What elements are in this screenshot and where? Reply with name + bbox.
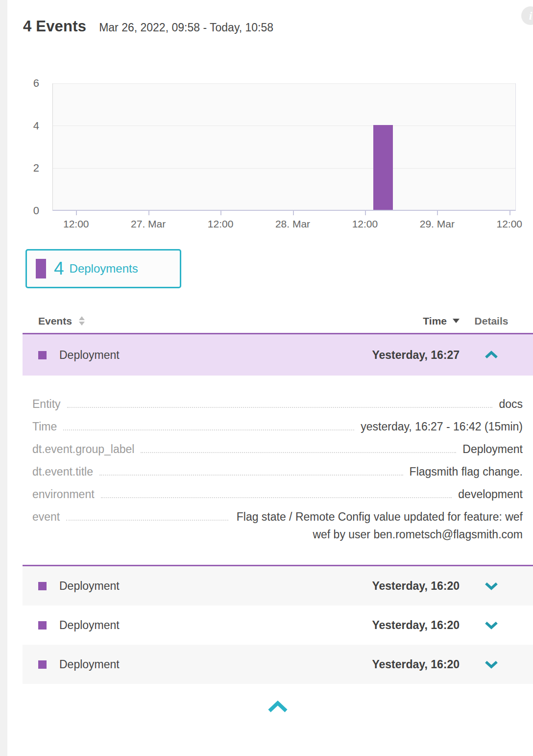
sort-up-triangle-icon	[79, 316, 85, 320]
deployments-swatch-icon	[36, 259, 46, 278]
legend-deployments[interactable]: 4 Deployments	[25, 249, 181, 288]
detail-value: development	[458, 485, 523, 503]
x-axis-tick	[220, 210, 221, 215]
detail-value: Deployment	[462, 440, 523, 458]
x-axis-tick-label: 29. Mar	[403, 218, 471, 230]
chevron-down-icon	[484, 621, 499, 630]
deployment-marker-icon	[38, 351, 47, 359]
row-details-cell[interactable]	[460, 660, 523, 669]
row-main-cell: Deployment	[38, 580, 372, 593]
column-header-events[interactable]: Events	[38, 315, 423, 327]
chevron-up-icon	[266, 701, 289, 713]
x-axis-tick	[148, 210, 149, 215]
table-row[interactable]: Deployment Yesterday, 16:20	[23, 645, 533, 684]
row-details-cell[interactable]	[460, 581, 523, 590]
chevron-down-icon	[484, 660, 499, 669]
info-icon-glyph: i	[529, 9, 533, 23]
gridline	[53, 126, 515, 126]
dotted-leader	[141, 440, 456, 453]
detail-value: Flagsmith flag change.	[410, 463, 523, 480]
events-header-label: Events	[38, 315, 72, 327]
gridline	[53, 83, 515, 84]
events-bar-chart: 024612:0027. Mar12:0028. Mar12:0029. Mar…	[0, 0, 533, 245]
detail-label: Entity	[32, 395, 61, 413]
x-axis-tick-label: 12:00	[331, 218, 399, 230]
column-header-details: Details	[460, 315, 523, 327]
table-header: Events Time Details	[23, 309, 533, 333]
page-left-gutter	[0, 0, 7, 756]
collapse-section	[23, 701, 533, 715]
row-details-cell[interactable]	[460, 351, 523, 359]
expanded-event-group: Deployment Yesterday, 16:27 Entity docs …	[23, 333, 533, 566]
event-time-label: Yesterday, 16:20	[372, 658, 460, 671]
x-axis-tick	[437, 210, 438, 215]
detail-label: environment	[32, 485, 95, 503]
chevron-up-icon	[484, 351, 499, 359]
detail-row: Entity docs	[32, 395, 523, 413]
event-time-label: Yesterday, 16:20	[372, 619, 460, 632]
event-time-label: Yesterday, 16:27	[372, 349, 460, 362]
detail-label: Time	[32, 418, 57, 435]
detail-label: dt.event.title	[32, 463, 93, 480]
x-axis-tick-label: 12:00	[186, 218, 255, 230]
detail-row: Time yesterday, 16:27 - 16:42 (15min)	[32, 418, 523, 435]
chart-plot-area	[52, 83, 516, 211]
deployment-marker-icon	[38, 660, 47, 669]
legend-count: 4	[54, 258, 64, 279]
row-main-cell: Deployment	[38, 658, 372, 671]
x-axis-tick-label: 28. Mar	[259, 218, 327, 230]
x-axis-tick	[365, 210, 366, 215]
table-row[interactable]: Deployment Yesterday, 16:20	[23, 566, 533, 605]
dotted-leader	[101, 485, 452, 498]
detail-value: yesterday, 16:27 - 16:42 (15min)	[361, 418, 523, 435]
row-main-cell: Deployment	[38, 619, 372, 632]
row-details-cell[interactable]	[460, 621, 523, 630]
dotted-leader	[63, 418, 354, 430]
sort-icon	[79, 316, 85, 326]
chevron-down-icon	[484, 581, 499, 590]
time-header-label: Time	[423, 315, 447, 327]
deployment-marker-icon	[38, 582, 47, 590]
x-axis-tick-label: 12:00	[42, 218, 110, 230]
dotted-leader	[67, 395, 493, 408]
event-detail-panel: Entity docs Time yesterday, 16:27 - 16:4…	[23, 376, 533, 565]
detail-label: dt.event.group_label	[32, 440, 134, 458]
event-type-label: Deployment	[59, 619, 120, 632]
y-axis-tick-label: 6	[15, 77, 39, 90]
chart-bar-deployments[interactable]	[373, 125, 393, 210]
gridline	[53, 168, 515, 169]
row-main-cell: Deployment	[38, 349, 372, 362]
y-axis-tick-label: 4	[15, 120, 39, 132]
deployment-marker-icon	[38, 621, 47, 630]
y-axis-tick-label: 0	[15, 204, 39, 217]
event-type-label: Deployment	[59, 580, 120, 593]
detail-row: event Flag state / Remote Config value u…	[32, 508, 523, 543]
x-axis-tick-label: 27. Mar	[114, 218, 183, 230]
y-axis-tick-label: 2	[15, 162, 39, 175]
chevron-down-filled-icon	[453, 319, 460, 323]
detail-value: Flag state / Remote Config value updated…	[235, 508, 523, 543]
dotted-leader	[99, 463, 403, 476]
detail-row: environment development	[32, 485, 523, 503]
x-axis-tick-label: 12:00	[475, 218, 533, 230]
dotted-leader	[66, 508, 228, 521]
events-table: Events Time Details Deployment Yesterday…	[23, 309, 533, 715]
event-time-label: Yesterday, 16:20	[372, 580, 460, 593]
column-header-time[interactable]: Time	[423, 315, 460, 327]
detail-value: docs	[499, 395, 523, 413]
table-row[interactable]: Deployment Yesterday, 16:20	[23, 605, 533, 645]
event-type-label: Deployment	[59, 658, 120, 671]
detail-label: event	[32, 508, 60, 526]
legend-label: Deployments	[70, 262, 138, 276]
collapse-panel-button[interactable]	[266, 701, 289, 715]
table-row-expanded[interactable]: Deployment Yesterday, 16:27	[23, 334, 533, 376]
event-type-label: Deployment	[59, 349, 120, 362]
x-axis-tick	[76, 210, 77, 215]
detail-row: dt.event.group_label Deployment	[32, 440, 523, 458]
sort-down-triangle-icon	[79, 322, 85, 326]
detail-row: dt.event.title Flagsmith flag change.	[32, 463, 523, 480]
x-axis-tick	[509, 210, 510, 215]
x-axis-tick	[293, 210, 294, 215]
